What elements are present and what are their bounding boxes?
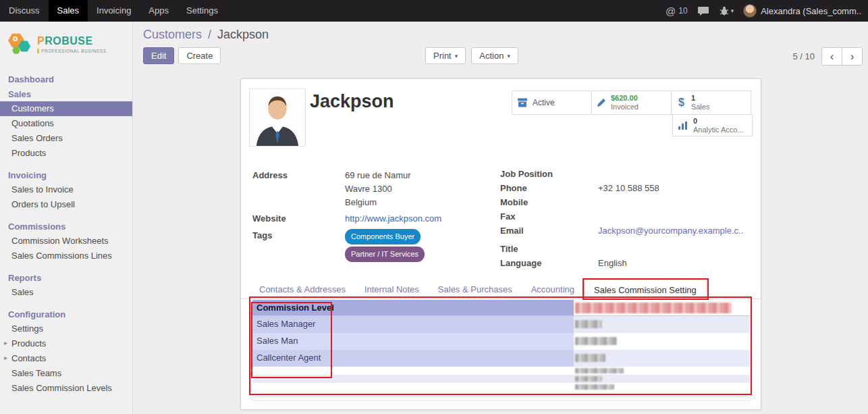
email-link[interactable]: Jackpson@yourcompany.example.c.. [598,224,743,237]
sidebar-item-config-settings[interactable]: Settings [0,321,132,336]
breadcrumb-customers[interactable]: Customers [143,28,202,41]
field-value-phone: +32 10 588 558 [598,182,659,195]
sidebar-item-commission-worksheets[interactable]: Commission Worksheets [0,234,132,249]
active-stat-button[interactable]: Active [512,90,592,115]
invoiced-stat-button[interactable]: $620.00 Invoiced [591,90,672,115]
stat-value-sales: 1 [691,94,710,103]
sidebar-item-products[interactable]: Products [0,146,132,161]
tab-accounting[interactable]: Accounting [522,280,584,299]
dollar-icon: $ [676,97,686,109]
chevron-down-icon: ▾ [731,7,734,14]
sidebar-item-config-products[interactable]: ▸ Products [0,336,132,351]
user-menu[interactable]: Alexandra (Sales_comm.. [743,4,861,18]
logo-title: PROBUSE [37,35,107,47]
stat-label-sales: Sales [691,103,710,111]
menu-settings[interactable]: Settings [178,0,227,22]
menu-discuss[interactable]: Discuss [0,0,49,22]
edit-button[interactable]: Edit [143,47,174,64]
table-row[interactable]: Sales Manager [252,316,750,333]
table-row[interactable] [252,375,750,383]
sidebar-item-config-contacts[interactable]: ▸ Contacts [0,351,132,366]
field-label-tags: Tags [252,229,345,264]
action-dropdown[interactable]: Action ▾ [471,47,518,64]
tab-sales-purchases[interactable]: Sales & Purchases [429,280,522,299]
sidebar-item-quotations[interactable]: Quotations [0,116,132,131]
commission-level-cell[interactable]: Sales Man [252,333,574,350]
tab-internal-notes[interactable]: Internal Notes [355,280,429,299]
table-cell [574,383,750,391]
stat-label-invoiced: Invoiced [611,103,639,111]
sidebar-item-sales-to-invoice[interactable]: Sales to Invoice [0,182,132,197]
menu-apps[interactable]: Apps [140,0,178,22]
sidebar-item-orders-to-upsell[interactable]: Orders to Upsell [0,197,132,212]
pager: 5 / 10 ‹ › [792,47,863,66]
menu-sales[interactable]: Sales [49,0,88,22]
topbar-spacer [227,0,666,22]
sidebar-item-sales-commission-levels[interactable]: Sales Commission Levels [0,381,132,396]
address-line-1: 69 rue de Namur [345,169,411,182]
stat-label-active: Active [533,98,555,107]
column-header-redacted [574,300,750,315]
sidebar-section-configuration[interactable]: Configuration [0,307,132,321]
table-cell [574,333,750,350]
print-dropdown[interactable]: Print ▾ [425,47,466,64]
sidebar-section-sales[interactable]: Sales [0,86,132,101]
analytic-accounts-stat-button[interactable]: 0 Analytic Acco... [672,114,753,136]
sidebar-section-invoicing[interactable]: Invoicing [0,167,132,182]
bug-icon[interactable]: ▾ [719,6,734,16]
logo-subtitle: PROFESSIONAL BUSINESS [37,49,107,53]
redacted-cell [575,320,602,328]
magnifier-icon [13,36,18,41]
control-panel-actions: Print ▾ Action ▾ [425,47,518,64]
field-label-mobile: Mobile [500,196,598,209]
table-cell [574,367,750,375]
chevron-right-icon: › [850,50,855,63]
app-menu: Discuss Sales Invoicing Apps Settings [0,0,227,22]
divider [252,396,750,397]
column-header-commission-level[interactable]: Commission Level [252,300,574,315]
tag-partner-it-services: Partner / IT Services [345,247,425,262]
breadcrumb: Customers / Jackpson [143,28,269,42]
field-label-address: Address [252,169,345,209]
sidebar-item-customers[interactable]: Customers [0,101,132,116]
main-content: Customers / Jackpson Edit Create Print ▾… [133,22,868,414]
field-value-tags: Components Buyer Partner / IT Services [345,229,425,264]
stat-buttons-row-2: 0 Analytic Acco... [673,114,753,136]
commission-level-cell[interactable]: Sales Manager [252,316,574,333]
table-cell [574,350,750,367]
user-name: Alexandra (Sales_comm.. [761,6,861,16]
tab-sales-commission-setting[interactable]: Sales Commission Setting [584,280,707,299]
create-button[interactable]: Create [178,47,221,64]
sidebar-item-reports-sales[interactable]: Sales [0,285,132,300]
redacted-cell [575,368,624,373]
sidebar-menu: Dashboard Sales Customers Quotations Sal… [0,72,132,396]
sales-stat-button[interactable]: $ 1 Sales [671,90,751,115]
tab-contacts-addresses[interactable]: Contacts & Addresses [250,280,355,299]
table-row[interactable] [252,383,750,391]
commission-level-cell[interactable]: Callcenter Agent [252,350,574,367]
chat-icon[interactable] [697,6,709,16]
sidebar-section-reports[interactable]: Reports [0,270,132,285]
pager-previous-button[interactable]: ‹ [821,47,842,66]
sidebar-item-sales-teams[interactable]: Sales Teams [0,366,132,381]
redacted-cell [575,384,614,390]
table-row[interactable] [252,367,750,375]
chevron-down-icon: ▾ [507,53,510,59]
sidebar-section-dashboard[interactable]: Dashboard [0,72,132,86]
field-label-title: Title [500,242,598,255]
stat-buttons-row-1: Active $620.00 Invoiced $ 1 Sales [512,90,751,115]
website-link[interactable]: http://www.jackpson.com [345,212,441,225]
table-row[interactable]: Callcenter Agent [252,350,750,367]
field-label-phone: Phone [500,182,598,195]
redacted-cell [575,376,602,382]
pager-next-button[interactable]: › [842,47,863,66]
mentions-indicator[interactable]: @ 10 [666,5,688,17]
menu-invoicing[interactable]: Invoicing [88,0,140,22]
expand-arrow-icon: ▸ [4,339,7,346]
sidebar-section-commissions[interactable]: Commissions [0,219,132,234]
stat-label-analytic: Analytic Acco... [693,126,744,134]
redacted-cell [575,354,605,362]
sidebar-item-sales-commissions-lines[interactable]: Sales Commissions Lines [0,249,132,263]
sidebar-item-sales-orders[interactable]: Sales Orders [0,131,132,146]
table-row[interactable]: Sales Man [252,333,750,350]
